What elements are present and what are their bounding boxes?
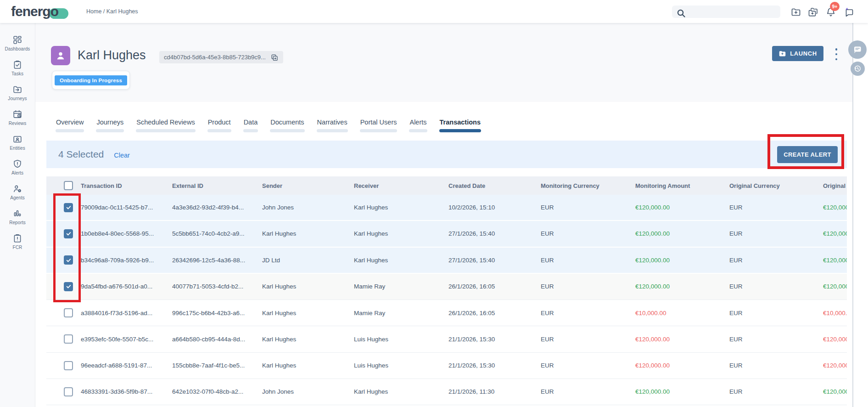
table-row[interactable]: 1b0eb8e4-80ec-5568-95...5c5bb651-74c0-4c… (46, 221, 847, 247)
table-body: 79009dac-0c11-5425-b7...4a3e36d2-93d2-4f… (46, 195, 847, 405)
global-search[interactable] (672, 6, 780, 18)
tab-label: Alerts (409, 119, 427, 126)
sidebar-item-entities[interactable]: Entities (0, 134, 35, 159)
tab-data[interactable]: Data (243, 119, 258, 132)
sidebar-item-tasks[interactable]: Tasks (0, 60, 35, 85)
tab-label: Narratives (317, 119, 348, 126)
row-checkbox[interactable] (64, 387, 73, 396)
more-options-kebab-icon[interactable] (834, 48, 839, 60)
selected-count: 4 Selected (58, 149, 104, 160)
sidebar-nav: DashboardsTasksJourneysReviewsEntitiesAl… (0, 23, 35, 258)
cell-monitoring-amount: €120,000.00 (635, 257, 729, 264)
column-header-original-currency: Original Currency (729, 182, 823, 189)
row-checkbox-checked[interactable] (64, 229, 73, 238)
row-checkbox-checked[interactable] (64, 203, 73, 212)
reports-icon (12, 209, 22, 219)
sidebar-item-label: Journeys (8, 96, 27, 101)
table-row[interactable]: e3953efc-50fe-5507-b5c...a664b580-cb95-4… (46, 326, 847, 352)
column-header-created-date: Created Date (448, 182, 541, 189)
cell-receiver: Karl Hughes (354, 230, 448, 237)
avatar (51, 46, 70, 65)
tab-transactions[interactable]: Transactions (439, 119, 481, 132)
row-checkbox[interactable] (64, 361, 73, 370)
cell-monitoring-currency: EUR (541, 204, 635, 211)
tab-underline (360, 129, 398, 132)
cell-sender: Karl Hughes (262, 336, 354, 343)
sidebar-item-reviews[interactable]: Reviews (0, 109, 35, 134)
logo-text: fenergo (11, 4, 58, 19)
row-checkbox-checked[interactable] (64, 255, 73, 265)
sidebar-item-label: Alerts (11, 170, 23, 175)
cell-transaction-id: 96eeadcf-a688-5191-87... (81, 362, 172, 369)
create-alert-button[interactable]: CREATE ALERT (777, 146, 838, 163)
sidebar-item-journeys[interactable]: Journeys (0, 85, 35, 109)
select-all-checkbox[interactable] (64, 181, 73, 190)
tab-narratives[interactable]: Narratives (317, 119, 348, 132)
sidebar-item-dashboards[interactable]: Dashboards (0, 35, 35, 60)
cell-external-id: 996c175c-b6b4-42b3-a6... (172, 310, 262, 317)
cell-original-currency: EUR (729, 388, 823, 395)
sidebar-item-label: Dashboards (5, 46, 30, 51)
cell-monitoring-currency: EUR (541, 230, 635, 237)
add-folder-icon[interactable] (790, 6, 801, 17)
journeys-icon (12, 85, 22, 95)
cell-monitoring-amount: €10,000.00 (635, 310, 729, 317)
cell-original-currency: EUR (729, 230, 823, 237)
cell-external-id: 155cbb8e-7aaf-4f1c-be5... (172, 362, 262, 369)
cell-created-date: 21/1/2026, 15:30 (448, 362, 541, 369)
copy-icon[interactable] (270, 53, 279, 62)
sidebar-item-reports[interactable]: Reports (0, 209, 35, 233)
add-folders-icon[interactable] (808, 6, 819, 17)
table-header-row: Transaction IDExternal IDSenderReceiverC… (46, 176, 847, 195)
cell-original-currency: EUR (729, 257, 823, 264)
tab-portal-users[interactable]: Portal Users (360, 119, 398, 132)
tab-underline (207, 129, 231, 132)
cell-transaction-id: 46833391-3d36-5f9b-87... (81, 388, 172, 395)
column-header-receiver: Receiver (354, 182, 448, 189)
table-row[interactable]: a3884016-f73d-5196-ad...996c175c-b6b4-42… (46, 300, 847, 326)
tab-alerts[interactable]: Alerts (409, 119, 427, 132)
history-float-button[interactable] (851, 62, 865, 76)
tab-product[interactable]: Product (207, 119, 231, 132)
sidebar-item-fcr[interactable]: FCR (0, 233, 35, 258)
cell-receiver: Karl Hughes (354, 257, 448, 264)
table-row[interactable]: 46833391-3d36-5f9b-87...642e1032-07f0-48… (46, 379, 847, 405)
tab-documents[interactable]: Documents (270, 119, 304, 132)
column-header-sender: Sender (262, 182, 354, 189)
cell-transaction-id: 79009dac-0c11-5425-b7... (81, 204, 172, 211)
cell-transaction-id: b34c96a8-709a-5926-b9... (81, 257, 172, 264)
cell-sender: Karl Hughes (262, 230, 354, 237)
tab-overview[interactable]: Overview (56, 119, 84, 132)
cell-sender: Karl Hughes (262, 283, 354, 290)
cell-monitoring-amount: €120,000.00 (635, 388, 729, 395)
row-checkbox-cell (46, 361, 81, 370)
tab-underline (270, 129, 304, 132)
row-checkbox[interactable] (64, 334, 73, 344)
sidebar-item-label: Agents (10, 195, 25, 200)
sidebar-item-agents[interactable]: Agents (0, 184, 35, 209)
fenergo-logo[interactable]: fenergo (11, 4, 58, 19)
cell-created-date: 26/1/2026, 16:05 (448, 283, 541, 290)
tab-underline (439, 129, 481, 132)
sidebar-item-alerts[interactable]: Alerts (0, 159, 35, 184)
row-checkbox-cell (46, 282, 81, 291)
table-row[interactable]: 9da54fbd-a676-501d-a0...40077b71-5053-4c… (46, 274, 847, 300)
tasks-icon (12, 60, 22, 70)
tab-journeys[interactable]: Journeys (96, 119, 124, 132)
row-checkbox-checked[interactable] (64, 282, 73, 291)
table-row[interactable]: 79009dac-0c11-5425-b7...4a3e36d2-93d2-4f… (46, 195, 847, 221)
chat-assistant-icon[interactable] (844, 6, 855, 17)
cell-created-date: 27/1/2026, 15:40 (448, 257, 541, 264)
chat-float-button[interactable] (848, 40, 867, 59)
search-input[interactable] (687, 8, 777, 15)
cell-monitoring-currency: EUR (541, 336, 635, 343)
table-row[interactable]: 96eeadcf-a688-5191-87...155cbb8e-7aaf-4f… (46, 353, 847, 379)
clear-selection-link[interactable]: Clear (114, 152, 130, 159)
tab-scheduled-reviews[interactable]: Scheduled Reviews (136, 119, 195, 132)
breadcrumb[interactable]: Home / Karl Hughes (86, 0, 138, 23)
cell-external-id: 5c5bb651-74c0-4cb2-a9... (172, 230, 262, 237)
table-row[interactable]: b34c96a8-709a-5926-b9...26342696-12c5-4a… (46, 248, 847, 274)
row-checkbox[interactable] (64, 308, 73, 317)
launch-button[interactable]: LAUNCH (772, 46, 823, 61)
cell-monitoring-amount: €120,000.00 (635, 283, 729, 290)
